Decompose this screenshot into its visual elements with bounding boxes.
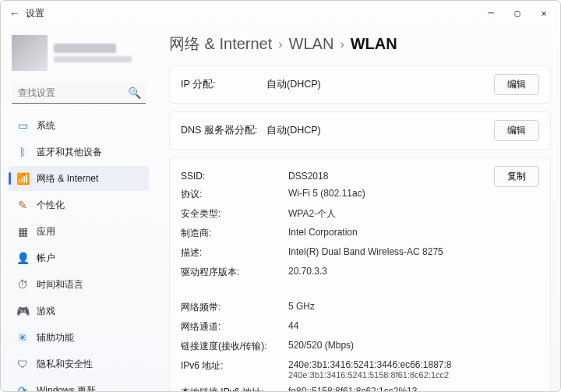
- breadcrumb-network[interactable]: 网络 & Internet: [169, 34, 272, 55]
- dns-assign-edit-button[interactable]: 编辑: [494, 120, 539, 141]
- properties-card: SSID:DSS2018协议:Wi-Fi 5 (802.11ac)安全类型:WP…: [169, 157, 551, 391]
- nav-icon: ▭: [16, 119, 29, 132]
- nav-label: 应用: [37, 225, 55, 238]
- ip-assign-edit-button[interactable]: 编辑: [494, 74, 539, 95]
- dns-assign-value: 自动(DHCP): [266, 124, 494, 137]
- prop-value: 5 GHz: [288, 301, 539, 314]
- nav-icon: ✳: [16, 331, 29, 344]
- sidebar-item-2[interactable]: 📶网络 & Internet: [9, 166, 149, 191]
- nav-icon: ⟳: [16, 384, 29, 391]
- ip-assign-value: 自动(DHCP): [266, 78, 494, 91]
- prop-value: 44: [288, 320, 539, 334]
- sidebar-item-5[interactable]: 👤帐户: [9, 245, 149, 270]
- nav-icon: ✎: [16, 199, 29, 211]
- prop-value: 240e:3b1:3416:5241:3446:ec66:1887:8240e:…: [288, 359, 539, 380]
- prop-label: 驱动程序版本:: [181, 266, 282, 279]
- main-content: 网络 & Internet › WLAN › WLAN IP 分配: 自动(DH…: [157, 26, 560, 391]
- ip-assign-label: IP 分配:: [181, 78, 266, 91]
- back-button[interactable]: ←: [4, 7, 26, 19]
- prop-value: 520/520 (Mbps): [288, 340, 539, 353]
- maximize-button[interactable]: ▢: [504, 2, 531, 24]
- prop-label: 制造商:: [181, 227, 282, 240]
- prop-value: Wi-Fi 5 (802.11ac): [288, 188, 483, 201]
- nav-label: Windows 更新: [37, 384, 96, 392]
- nav-label: 系统: [37, 119, 55, 132]
- account-text: [54, 44, 146, 62]
- prop-label: 安全类型:: [181, 207, 282, 221]
- nav-icon: 🎮: [16, 305, 29, 317]
- nav-label: 个性化: [37, 199, 65, 212]
- sidebar: 🔍 ▭系统ᛒ蓝牙和其他设备📶网络 & Internet✎个性化▦应用👤帐户⏱时间…: [1, 26, 157, 391]
- search-wrap: 🔍: [12, 82, 146, 104]
- nav-icon: ᛒ: [16, 146, 29, 158]
- dns-assignment-card: DNS 服务器分配: 自动(DHCP) 编辑: [169, 111, 551, 150]
- nav-label: 辅助功能: [37, 331, 74, 344]
- avatar: [12, 35, 48, 71]
- prop-label: SSID:: [181, 171, 282, 182]
- sidebar-item-1[interactable]: ᛒ蓝牙和其他设备: [9, 139, 149, 164]
- sidebar-item-10[interactable]: ⟳Windows 更新: [9, 378, 149, 391]
- nav-list: ▭系统ᛒ蓝牙和其他设备📶网络 & Internet✎个性化▦应用👤帐户⏱时间和语…: [5, 113, 152, 391]
- prop-value: WPA2-个人: [288, 207, 483, 221]
- titlebar: ← 设置 ─ ▢ ✕: [1, 1, 560, 26]
- prop-value: 20.70.3.3: [288, 266, 483, 279]
- window-title: 设置: [26, 7, 44, 20]
- nav-label: 时间和语言: [37, 278, 83, 291]
- prop-label: 网络通道:: [181, 320, 282, 334]
- properties-grid-2: 网络频带:5 GHz网络通道:44链接速度(接收/传输):520/520 (Mb…: [170, 296, 550, 391]
- prop-label: 网络频带:: [181, 301, 282, 314]
- nav-label: 游戏: [37, 305, 55, 318]
- minimize-button[interactable]: ─: [478, 2, 504, 24]
- prop-label: IPv6 地址:: [181, 359, 282, 380]
- nav-label: 隐私和安全性: [37, 358, 93, 371]
- properties-grid-1: SSID:DSS2018协议:Wi-Fi 5 (802.11ac)安全类型:WP…: [181, 166, 494, 288]
- prop-value: Intel Corporation: [288, 227, 483, 240]
- breadcrumb: 网络 & Internet › WLAN › WLAN: [169, 29, 551, 65]
- nav-label: 蓝牙和其他设备: [37, 146, 102, 159]
- sidebar-item-6[interactable]: ⏱时间和语言: [9, 272, 149, 297]
- sidebar-item-0[interactable]: ▭系统: [9, 113, 149, 138]
- prop-label: 链接速度(接收/传输):: [181, 340, 282, 353]
- search-input[interactable]: [12, 82, 146, 104]
- prop-label: 本地链接 IPv6 地址:: [181, 386, 282, 391]
- sidebar-item-7[interactable]: 🎮游戏: [9, 298, 149, 323]
- sidebar-item-4[interactable]: ▦应用: [9, 219, 149, 244]
- nav-icon: 📶: [16, 172, 29, 185]
- sidebar-item-3[interactable]: ✎个性化: [9, 192, 149, 217]
- nav-icon: ▦: [16, 225, 29, 238]
- nav-icon: 🛡: [16, 358, 29, 370]
- ip-assignment-card: IP 分配: 自动(DHCP) 编辑: [169, 65, 551, 104]
- dns-assign-label: DNS 服务器分配:: [181, 124, 266, 137]
- prop-value: Intel(R) Dual Band Wireless-AC 8275: [288, 246, 483, 260]
- sidebar-item-9[interactable]: 🛡隐私和安全性: [9, 351, 149, 376]
- chevron-right-icon: ›: [340, 37, 344, 51]
- breadcrumb-wlan[interactable]: WLAN: [289, 35, 334, 53]
- copy-button[interactable]: 复制: [494, 166, 539, 187]
- search-icon: 🔍: [128, 87, 141, 99]
- prop-label: 协议:: [181, 188, 282, 201]
- nav-label: 网络 & Internet: [37, 172, 98, 185]
- close-button[interactable]: ✕: [531, 2, 557, 24]
- nav-label: 帐户: [37, 252, 55, 265]
- account-block[interactable]: [5, 30, 152, 79]
- prop-value: fe80::5158:8f61:8c62:1cc2%13: [288, 386, 539, 391]
- nav-icon: ⏱: [16, 278, 29, 291]
- prop-value: DSS2018: [288, 171, 483, 182]
- sidebar-item-8[interactable]: ✳辅助功能: [9, 325, 149, 350]
- nav-icon: 👤: [16, 252, 29, 264]
- prop-label: 描述:: [181, 246, 282, 260]
- breadcrumb-current: WLAN: [351, 35, 397, 53]
- chevron-right-icon: ›: [278, 37, 282, 51]
